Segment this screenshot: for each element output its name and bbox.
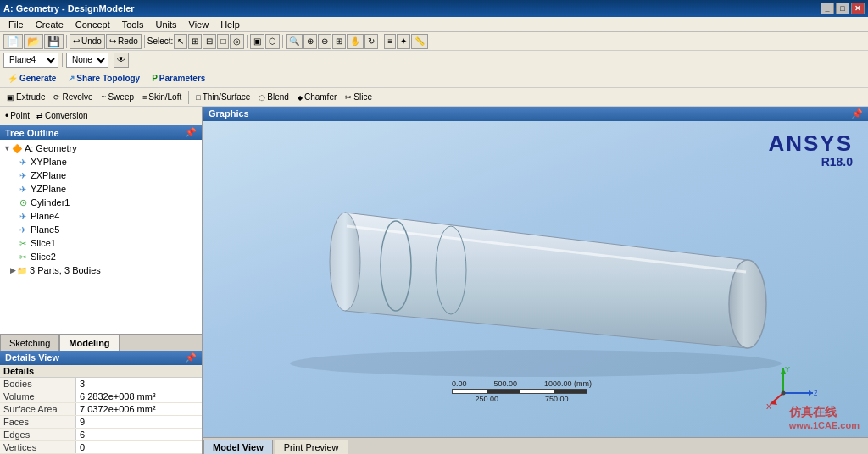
view-iso[interactable]: ⬡ bbox=[265, 34, 280, 49]
tree-item-slice2[interactable]: ✂ Slice2 bbox=[2, 250, 200, 263]
details-row-edges: Edges 6 bbox=[0, 429, 202, 441]
tree-outline[interactable]: ▼ 🔶 A: Geometry ✈ XYPlane ✈ ZXPlane ✈ YZ… bbox=[0, 140, 202, 334]
tree-item-plane4[interactable]: ✈ Plane4 bbox=[2, 209, 200, 223]
tree-item-plane5[interactable]: ✈ Plane5 bbox=[2, 223, 200, 236]
revolve-button[interactable]: Revolve bbox=[50, 90, 96, 105]
tree-item-slice1[interactable]: ✂ Slice1 bbox=[2, 236, 200, 250]
menu-create[interactable]: Create bbox=[31, 19, 69, 30]
view-front[interactable]: ▣ bbox=[250, 34, 264, 49]
select-tool-5[interactable]: ◎ bbox=[230, 34, 244, 49]
scale-750: 750.00 bbox=[545, 395, 569, 403]
tree-header-pin[interactable]: 📌 bbox=[185, 127, 197, 138]
undo-button[interactable]: Undo bbox=[70, 34, 105, 49]
share-topology-button[interactable]: ↗ Share Topology bbox=[64, 71, 144, 86]
sep1 bbox=[66, 35, 67, 48]
tree-header-label: Tree Outline bbox=[5, 128, 59, 138]
menu-units[interactable]: Units bbox=[150, 19, 181, 30]
tree-item-parts[interactable]: ▶ 📁 3 Parts, 3 Bodies bbox=[2, 263, 200, 277]
toolbar-point: Point Conversion bbox=[0, 107, 202, 125]
section[interactable]: ≡ bbox=[384, 34, 396, 49]
tab-model-view[interactable]: Model View bbox=[203, 440, 273, 454]
open-button[interactable]: 📂 bbox=[24, 34, 43, 49]
vertices-value: 0 bbox=[76, 441, 202, 453]
zxplane-icon: ✈ bbox=[17, 169, 29, 181]
generate-button[interactable]: ⚡ Generate bbox=[3, 71, 60, 86]
sweep-icon bbox=[102, 92, 107, 102]
scale-500: 500.00 bbox=[493, 379, 517, 388]
sweep-label: Sweep bbox=[108, 92, 134, 102]
tab-sketching[interactable]: Sketching bbox=[0, 335, 59, 351]
look-at-button[interactable]: 👁 bbox=[114, 53, 129, 68]
select-tool-2[interactable]: ⊞ bbox=[188, 34, 202, 49]
canvas-area[interactable]: ANSYS R18.0 1CAE.COM bbox=[203, 121, 868, 437]
zoom-box[interactable]: ⊞ bbox=[332, 34, 346, 49]
parameters-button[interactable]: P Parameters bbox=[147, 71, 209, 86]
menu-file[interactable]: File bbox=[3, 19, 29, 30]
tab-print-preview[interactable]: Print Preview bbox=[275, 440, 348, 454]
extrude-button[interactable]: Extrude bbox=[3, 90, 48, 105]
explode[interactable]: ✦ bbox=[397, 34, 410, 49]
tree-item-cylinder1[interactable]: ⊙ Cylinder1 bbox=[2, 196, 200, 209]
parts-expand-icon[interactable]: ▶ bbox=[10, 266, 16, 274]
tree-label-plane4: Plane4 bbox=[31, 211, 59, 221]
titlebar: A: Geometry - DesignModeler _ □ ✕ bbox=[0, 0, 868, 17]
graphics-header: Graphics 📌 bbox=[203, 107, 868, 121]
details-pin[interactable]: 📌 bbox=[185, 352, 197, 363]
share-topology-label: Share Topology bbox=[76, 74, 140, 83]
menu-view[interactable]: View bbox=[184, 19, 214, 30]
tree-item-xyplane[interactable]: ✈ XYPlane bbox=[2, 155, 200, 169]
zoom-out[interactable]: ⊖ bbox=[318, 34, 331, 49]
blend-button[interactable]: Blend bbox=[255, 90, 292, 105]
point-button[interactable]: Point bbox=[5, 110, 30, 122]
select-tool-3[interactable]: ⊟ bbox=[203, 34, 216, 49]
zoom-fit[interactable]: 🔍 bbox=[286, 34, 303, 49]
tree-label-slice2: Slice2 bbox=[31, 252, 56, 262]
measure[interactable]: 📏 bbox=[411, 34, 428, 49]
conversion-button[interactable]: Conversion bbox=[36, 111, 88, 120]
main-area: Point Conversion Tree Outline 📌 ▼ 🔶 A: G… bbox=[0, 107, 868, 454]
details-section-header: Details bbox=[0, 365, 202, 378]
chamfer-button[interactable]: Chamfer bbox=[294, 90, 340, 105]
tree-label-yzplane: YZPlane bbox=[31, 184, 66, 194]
scale-ruler bbox=[452, 389, 587, 394]
menu-concept[interactable]: Concept bbox=[70, 19, 115, 30]
tree-label-cylinder1: Cylinder1 bbox=[31, 197, 70, 208]
undo-label: Undo bbox=[81, 36, 102, 46]
sketch-selector[interactable]: None bbox=[66, 53, 108, 68]
blend-icon bbox=[259, 92, 265, 102]
select-tool-4[interactable]: □ bbox=[217, 34, 229, 49]
menu-tools[interactable]: Tools bbox=[117, 19, 149, 30]
pan[interactable]: ✋ bbox=[347, 34, 364, 49]
scale-bar: 0.00 500.00 1000.00 (mm) 250.00 750.00 bbox=[452, 379, 592, 403]
tree-item-zxplane[interactable]: ✈ ZXPlane bbox=[2, 169, 200, 182]
z-arrow bbox=[809, 390, 813, 396]
chinese-text: 仿真在线 bbox=[789, 405, 860, 420]
origin-dot bbox=[782, 391, 786, 396]
cylinder-front-end bbox=[729, 260, 766, 348]
plane-selector[interactable]: Plane4 XYPlane ZXPlane YZPlane Plane5 bbox=[3, 53, 58, 68]
sweep-button[interactable]: Sweep bbox=[98, 90, 137, 105]
redo-button[interactable]: Redo bbox=[106, 34, 142, 49]
sep4 bbox=[282, 35, 283, 48]
save-button[interactable]: 💾 bbox=[44, 34, 64, 49]
expand-icon[interactable]: ▼ bbox=[3, 144, 11, 152]
thin-surface-button[interactable]: Thin/Surface bbox=[192, 90, 253, 105]
sep-op1 bbox=[188, 91, 189, 104]
faces-label: Faces bbox=[0, 416, 76, 428]
close-button[interactable]: ✕ bbox=[851, 3, 865, 14]
cylinder-icon: ⊙ bbox=[17, 197, 29, 208]
zoom-in[interactable]: ⊕ bbox=[303, 34, 317, 49]
rotate[interactable]: ↻ bbox=[364, 34, 378, 49]
tree-item-yzplane[interactable]: ✈ YZPlane bbox=[2, 182, 200, 196]
select-tool-1[interactable]: ↖ bbox=[174, 34, 187, 49]
minimize-button[interactable]: _ bbox=[821, 3, 834, 14]
tree-item-geometry[interactable]: ▼ 🔶 A: Geometry bbox=[2, 141, 200, 155]
maximize-button[interactable]: □ bbox=[836, 3, 849, 14]
slice-button[interactable]: Slice bbox=[342, 90, 376, 105]
menu-help[interactable]: Help bbox=[215, 19, 245, 30]
tab-modeling[interactable]: Modeling bbox=[59, 335, 119, 351]
slice2-icon: ✂ bbox=[17, 251, 29, 263]
graphics-pin[interactable]: 📌 bbox=[851, 108, 863, 119]
new-button[interactable]: 📄 bbox=[3, 34, 23, 49]
skin-loft-button[interactable]: Skin/Loft bbox=[139, 90, 185, 105]
